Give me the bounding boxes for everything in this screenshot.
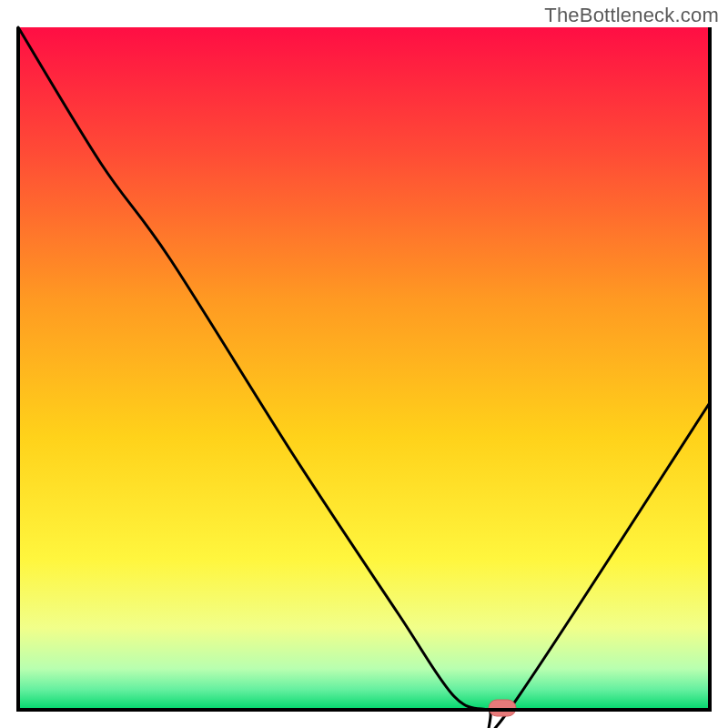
gradient-background [18, 27, 710, 710]
chart-svg [0, 0, 728, 728]
bottleneck-chart: TheBottleneck.com [0, 0, 728, 728]
watermark-text: TheBottleneck.com [544, 4, 719, 27]
